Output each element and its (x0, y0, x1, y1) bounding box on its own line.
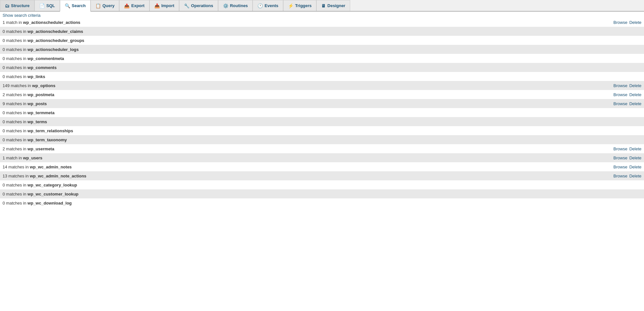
browse-link[interactable]: Browse (613, 174, 627, 178)
browse-link[interactable]: Browse (613, 146, 627, 151)
table-name: wp_actionscheduler_actions (23, 20, 81, 25)
table-name: wp_actionscheduler_claims (27, 29, 83, 34)
actions-cell: BrowseDelete (602, 162, 644, 171)
actions-cell (602, 117, 644, 126)
table-row: 0 matches in wp_wc_download_log (0, 198, 644, 207)
tab-label-query: Query (102, 3, 115, 8)
tab-export[interactable]: 📤Export (119, 0, 149, 11)
table-name: wp_commentmeta (27, 56, 64, 61)
actions-cell (602, 180, 644, 189)
table-row: 0 matches in wp_wc_category_lookup (0, 180, 644, 189)
table-row: 0 matches in wp_actionscheduler_groups (0, 36, 644, 45)
actions-cell: BrowseDelete (602, 99, 644, 108)
tab-import[interactable]: 📥Import (149, 0, 179, 11)
tab-routines[interactable]: ⚙️Routines (218, 0, 253, 11)
browse-link[interactable]: Browse (613, 83, 627, 88)
tab-designer[interactable]: 🖥Designer (316, 0, 350, 11)
table-name: wp_posts (27, 101, 47, 106)
tab-label-search: Search (72, 3, 86, 8)
tab-query[interactable]: 📋Query (91, 0, 120, 11)
tab-sql[interactable]: 📄SQL (34, 0, 60, 11)
match-cell: 0 matches in wp_wc_download_log (0, 198, 602, 207)
match-cell: 0 matches in wp_actionscheduler_logs (0, 45, 602, 54)
delete-link[interactable]: Delete (629, 101, 641, 106)
actions-cell: BrowseDelete (602, 18, 644, 27)
match-cell: 0 matches in wp_term_relationships (0, 126, 602, 135)
browse-link[interactable]: Browse (613, 101, 627, 106)
browse-link[interactable]: Browse (613, 20, 627, 25)
actions-cell (602, 189, 644, 198)
tab-operations[interactable]: 🔧Operations (179, 0, 218, 11)
tab-search[interactable]: 🔍Search (60, 0, 91, 12)
actions-cell (602, 27, 644, 36)
actions-cell: BrowseDelete (602, 144, 644, 153)
routines-icon: ⚙️ (223, 3, 228, 8)
actions-cell (602, 63, 644, 72)
actions-cell (602, 126, 644, 135)
tab-label-export: Export (131, 3, 144, 8)
delete-link[interactable]: Delete (629, 92, 641, 97)
import-icon: 📥 (154, 3, 160, 8)
match-cell: 0 matches in wp_comments (0, 63, 602, 72)
match-cell: 1 match in wp_users (0, 153, 602, 162)
triggers-icon: ⚡ (288, 3, 293, 8)
match-cell: 1 match in wp_actionscheduler_actions (0, 18, 602, 27)
tab-label-designer: Designer (327, 3, 345, 8)
match-cell: 0 matches in wp_termmeta (0, 108, 602, 117)
table-row: 149 matches in wp_optionsBrowseDelete (0, 81, 644, 90)
actions-cell (602, 36, 644, 45)
actions-cell (602, 108, 644, 117)
browse-link[interactable]: Browse (613, 165, 627, 169)
table-name: wp_wc_admin_notes (30, 165, 72, 169)
delete-link[interactable]: Delete (629, 165, 641, 169)
table-row: 0 matches in wp_links (0, 72, 644, 81)
actions-cell (602, 135, 644, 144)
table-name: wp_usermeta (27, 146, 54, 151)
table-row: 1 match in wp_usersBrowseDelete (0, 153, 644, 162)
search-icon: 🔍 (65, 3, 70, 8)
match-cell: 0 matches in wp_actionscheduler_claims (0, 27, 602, 36)
actions-cell (602, 45, 644, 54)
tab-structure[interactable]: 🗂Structure (0, 0, 34, 11)
main-content: Show search criteria 1 match in wp_actio… (0, 12, 644, 209)
delete-link[interactable]: Delete (629, 156, 641, 160)
actions-cell: BrowseDelete (602, 153, 644, 162)
delete-link[interactable]: Delete (629, 20, 641, 25)
tab-label-import: Import (161, 3, 174, 8)
actions-cell (602, 54, 644, 63)
show-criteria-link[interactable]: Show search criteria (0, 11, 43, 20)
export-icon: 📤 (124, 3, 130, 8)
table-name: wp_term_relationships (27, 128, 73, 133)
table-name: wp_options (32, 83, 55, 88)
tab-triggers[interactable]: ⚡Triggers (283, 0, 316, 11)
table-row: 0 matches in wp_wc_customer_lookup (0, 189, 644, 198)
table-name: wp_wc_download_log (27, 201, 72, 206)
tab-label-triggers: Triggers (295, 3, 312, 8)
delete-link[interactable]: Delete (629, 83, 641, 88)
table-name: wp_termmeta (27, 110, 54, 115)
tab-label-sql: SQL (46, 3, 55, 8)
table-name: wp_wc_category_lookup (27, 183, 77, 187)
operations-icon: 🔧 (184, 3, 189, 8)
sql-icon: 📄 (39, 3, 45, 8)
table-name: wp_actionscheduler_logs (27, 47, 79, 52)
delete-link[interactable]: Delete (629, 146, 641, 151)
table-row: 1 match in wp_actionscheduler_actionsBro… (0, 18, 644, 27)
table-name: wp_users (23, 156, 43, 160)
tab-label-routines: Routines (230, 3, 248, 8)
table-row: 0 matches in wp_commentmeta (0, 54, 644, 63)
delete-link[interactable]: Delete (629, 174, 641, 178)
browse-link[interactable]: Browse (613, 156, 627, 160)
match-cell: 13 matches in wp_wc_admin_note_actions (0, 171, 602, 180)
match-cell: 0 matches in wp_commentmeta (0, 54, 602, 63)
table-row: 13 matches in wp_wc_admin_note_actionsBr… (0, 171, 644, 180)
browse-link[interactable]: Browse (613, 92, 627, 97)
table-name: wp_wc_admin_note_actions (30, 174, 87, 178)
table-name: wp_wc_customer_lookup (27, 192, 78, 196)
tab-events[interactable]: 🕐Events (253, 0, 283, 11)
table-row: 0 matches in wp_termmeta (0, 108, 644, 117)
table-name: wp_links (27, 74, 45, 79)
match-cell: 14 matches in wp_wc_admin_notes (0, 162, 602, 171)
match-cell: 0 matches in wp_actionscheduler_groups (0, 36, 602, 45)
table-name: wp_term_taxonomy (27, 137, 67, 142)
